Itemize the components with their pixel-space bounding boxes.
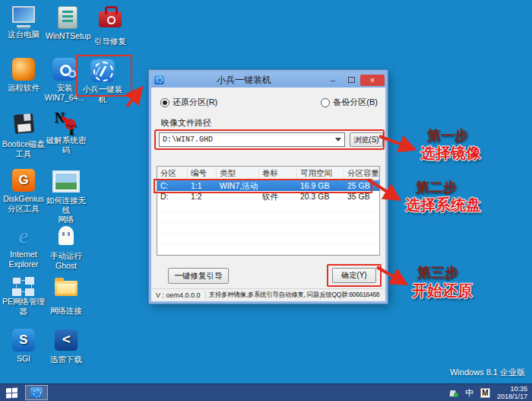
radio-label: 备份分区(B) — [333, 97, 378, 108]
desktop-icon-this-pc[interactable]: 这台电脑 — [2, 6, 46, 40]
chevron-down-icon — [335, 138, 341, 145]
taskbar-app-xiaobing[interactable] — [25, 385, 48, 400]
cell-number: 1:2 — [188, 191, 217, 202]
icon-label: 网络连接 — [44, 306, 88, 316]
step1-title: 第一步 — [420, 126, 475, 145]
icon-label: Explorer — [2, 259, 46, 269]
step3-action: 开始还原 — [407, 281, 477, 301]
xiaobing-installer-window: 小兵一键装机 – × 还原分区(R) 备份分区(B) 映像文件路径 D:\WIN… — [149, 70, 388, 304]
icon-label: 引导修复 — [88, 37, 132, 46]
desktop-icon-internet-explorer[interactable]: e Internet Explorer — [2, 224, 46, 269]
nt-key-icon: NT — [52, 113, 80, 135]
table-header-row: 分区 编号 类型 卷标 可用空间 分区容量 — [157, 167, 379, 180]
clock[interactable]: 10:35 2018/1/17 — [497, 385, 527, 401]
icon-label: Bootice磁盘 — [2, 139, 46, 149]
col-header: 编号 — [188, 167, 217, 180]
os-version-label: Windows 8.1 企业版 — [450, 367, 525, 378]
icon-label: 迅雷下载 — [44, 355, 88, 364]
col-header: 类型 — [217, 167, 259, 180]
icon-label: SGI — [2, 354, 46, 364]
col-header: 可用空间 — [297, 167, 344, 180]
clock-time: 10:35 — [497, 385, 527, 393]
icon-label: WinNTSetup — [46, 31, 90, 41]
close-button[interactable]: × — [360, 75, 385, 86]
system-tray: 中 M 10:35 2018/1/17 — [450, 385, 532, 401]
radio-restore-partition[interactable]: 还原分区(R) — [160, 97, 217, 108]
step3-title: 第三步 — [412, 263, 464, 282]
icon-label: 远程软件 — [2, 83, 46, 93]
radio-unselected-icon — [321, 98, 330, 107]
repair-boot-button[interactable]: 一键修复引导 — [168, 268, 229, 284]
cell-partition: D: — [157, 191, 188, 202]
step2-title: 第二步 — [410, 178, 462, 196]
step1-action: 选择镜像 — [416, 143, 485, 164]
cell-partition: C: — [157, 180, 188, 191]
diskgenius-icon: G — [12, 169, 35, 192]
ime-language-indicator[interactable]: 中 — [465, 387, 473, 399]
icon-label: PE网络管理器 — [2, 297, 46, 316]
icon-label: 网络 — [44, 215, 88, 224]
windows-logo-icon — [6, 387, 17, 398]
window-app-icon — [154, 75, 164, 84]
icon-label: Internet — [2, 250, 46, 259]
desktop-icon-manual-ghost[interactable]: 手动运行 Ghost — [44, 224, 88, 270]
desktop-icon-boot-repair[interactable]: 引导修复 — [88, 6, 132, 46]
desktop-icon-diskgenius[interactable]: G DiskGenius 分区工具 — [2, 169, 46, 213]
desktop-icon-bootice[interactable]: Bootice磁盘 工具 — [2, 113, 46, 158]
icon-label: 破解系统密码 — [44, 135, 88, 154]
radio-backup-partition[interactable]: 备份分区(B) — [321, 97, 378, 108]
photo-icon — [52, 170, 80, 193]
window-title: 小兵一键装机 — [164, 74, 324, 87]
cell-volume: 软件 — [259, 191, 297, 202]
icon-label: 这台电脑 — [2, 30, 46, 40]
start-button[interactable] — [0, 384, 23, 401]
ok-button[interactable]: 确定(Y) — [332, 268, 376, 283]
ime-mode-icon[interactable]: M — [480, 388, 490, 398]
maximize-button[interactable] — [342, 75, 360, 86]
arrow-icon-to-dialog — [127, 88, 141, 107]
gear-icon — [52, 58, 77, 81]
image-path-combobox[interactable]: D:\WIN7.GHD — [159, 132, 345, 147]
desktop-icon-thunder-download[interactable]: < 迅雷下载 — [44, 329, 88, 364]
desktop-icon-remote-software[interactable]: 远程软件 — [2, 58, 46, 93]
desktop-icon-xiaobing-installer[interactable]: 小兵一键装机 — [81, 59, 125, 103]
cell-number: 1:1 — [188, 180, 217, 191]
icon-label: 小兵一键装机 — [81, 84, 125, 103]
partition-table: 分区 编号 类型 卷标 可用空间 分区容量 C: 1:1 WIN7,活动 16.… — [157, 166, 380, 256]
icon-label: DiskGenius — [2, 194, 46, 204]
status-bar: V : oem4.0.0.0 支持多种镜像,多系统引导自动修复, 问题反馈QQ群… — [151, 288, 385, 301]
table-row-c-drive[interactable]: C: 1:1 WIN7,活动 16.9 GB 25 GB — [157, 180, 379, 191]
desktop-icon-pe-network-manager[interactable]: PE网络管理器 — [2, 275, 46, 316]
desktop-icon-network-connection[interactable]: 网络连接 — [44, 275, 88, 316]
step2-action: 选择系统盘 — [403, 195, 483, 215]
xiaobing-logo-icon — [30, 387, 43, 398]
image-path-label: 映像文件路径 — [161, 117, 211, 129]
folder-icon — [55, 281, 78, 296]
browse-button[interactable]: 浏览(S) — [350, 132, 383, 147]
image-path-value: D:\WIN7.GHD — [163, 135, 335, 144]
ie-icon: e — [10, 224, 37, 247]
network-nodes-icon — [11, 275, 36, 297]
radio-label: 还原分区(R) — [173, 97, 217, 108]
desktop-icon-sgi[interactable]: S SGI — [2, 329, 46, 364]
toolbox-icon — [99, 11, 122, 27]
col-header: 卷标 — [259, 167, 297, 180]
radio-selected-icon — [160, 98, 169, 107]
cell-free-space: 20.3 GB — [297, 191, 344, 202]
cell-capacity: 25 GB — [344, 180, 379, 191]
ghost-icon — [59, 226, 74, 245]
table-row-d-drive[interactable]: D: 1:2 软件 20.3 GB 35 GB — [157, 191, 379, 202]
cell-capacity: 35 GB — [344, 191, 379, 202]
desktop-icon-crack-password[interactable]: NT 破解系统密码 — [44, 113, 88, 154]
desktop-icon-winntsetup[interactable]: WinNTSetup — [46, 6, 90, 41]
network-status-icon[interactable] — [450, 389, 458, 397]
icon-label: 手动运行 — [44, 251, 88, 261]
minimize-button[interactable]: – — [324, 75, 342, 86]
remote-app-icon — [12, 58, 35, 81]
title-bar[interactable]: 小兵一键装机 – × — [151, 72, 385, 88]
taskbar: 中 M 10:35 2018/1/17 — [0, 383, 532, 401]
desktop-icon-wireless-help[interactable]: 如何连接无线 网络 — [44, 169, 88, 224]
col-header: 分区 — [157, 167, 188, 180]
swallow-icon: < — [55, 329, 78, 351]
icon-label: 工具 — [2, 149, 46, 159]
